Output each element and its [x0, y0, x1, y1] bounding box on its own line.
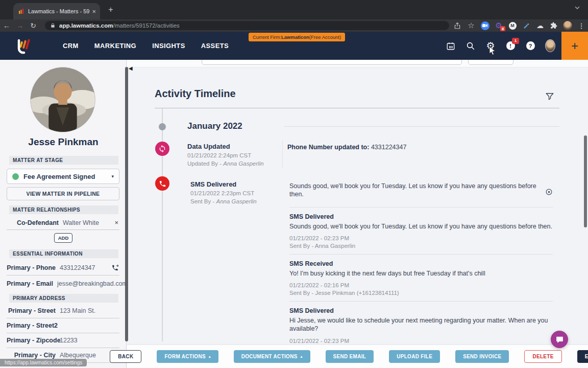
- extension-badge: 8: [500, 26, 505, 31]
- back-icon[interactable]: ←: [0, 21, 13, 30]
- add-relationship-button[interactable]: ADD: [54, 233, 72, 243]
- tab-title: Lawmatics - Matters - 591572: [28, 8, 90, 14]
- browser-profile-avatar[interactable]: [563, 21, 572, 30]
- extensions-puzzle-icon[interactable]: [549, 21, 558, 30]
- browser-tabstrip: Lawmatics - Matters - 591572 × +: [0, 0, 588, 19]
- gear-extension-icon[interactable]: ⚙8: [494, 21, 503, 30]
- divider: [284, 126, 559, 127]
- user-avatar[interactable]: [545, 41, 555, 51]
- nav-crm[interactable]: CRM: [63, 42, 79, 50]
- phone-row: Primary - Phone 4331224347: [7, 261, 119, 275]
- updated-by: Updated By - Anna Gasperlin: [187, 160, 264, 167]
- help-chat-launcher[interactable]: [551, 331, 568, 348]
- upload-file-button[interactable]: UPLOAD FILE: [389, 350, 440, 363]
- caret-up-icon: ▴: [301, 355, 303, 359]
- page-scrollbar[interactable]: [584, 135, 587, 227]
- browser-tab[interactable]: Lawmatics - Matters - 591572 ×: [13, 3, 100, 19]
- delete-button[interactable]: DELETE: [524, 350, 561, 363]
- url-domain: app.lawmatics.com: [59, 22, 113, 29]
- monogram-extension-icon[interactable]: M: [508, 21, 517, 30]
- nav-insights[interactable]: INSIGHTS: [152, 42, 185, 50]
- forward-icon[interactable]: →: [13, 21, 27, 30]
- nav-assets[interactable]: ASSETS: [201, 42, 229, 50]
- url-bar[interactable]: app.lawmatics.com/matters/591572/activit…: [45, 21, 449, 30]
- section-essential-information: ESSENTIAL INFORMATION: [9, 249, 118, 258]
- view-eye-icon[interactable]: [545, 188, 553, 196]
- appbar-icons: ⚙ !1 ?: [446, 32, 555, 60]
- sent-by: Sent By - Anna Gasperlin: [190, 198, 257, 204]
- search-icon[interactable]: [465, 41, 476, 51]
- reload-icon[interactable]: ↻: [27, 21, 40, 30]
- send-email-button[interactable]: SEND EMAIL: [326, 350, 374, 363]
- chat-icon: [555, 335, 564, 344]
- send-invoice-button[interactable]: SEND INVOICE: [455, 350, 509, 363]
- cutoff-button[interactable]: [468, 60, 513, 65]
- stage-status-dot: [12, 173, 19, 180]
- mouse-cursor: [489, 46, 496, 56]
- zoom-extension-icon[interactable]: [480, 21, 489, 30]
- timeline-month: January 2022: [187, 121, 242, 131]
- divider: [282, 141, 283, 168]
- browser-menu-icon[interactable]: ⋮: [577, 21, 586, 30]
- nav-marketing[interactable]: MARKETING: [94, 42, 136, 50]
- calendar-icon[interactable]: [446, 41, 456, 51]
- sms-event-icon: [155, 176, 169, 191]
- filter-icon[interactable]: [545, 91, 554, 101]
- sidebar-collapse-icon[interactable]: ◀: [129, 65, 133, 71]
- favicon-lawmatics: [18, 8, 24, 14]
- chevron-down-icon[interactable]: [575, 6, 580, 10]
- view-matter-in-pipeline-button[interactable]: VIEW MATTER IN PIPELINE: [7, 187, 119, 200]
- lawmatics-logo[interactable]: [13, 36, 34, 56]
- sent-by: Sent By - Jesse Pinkman (+16123814111): [289, 290, 553, 296]
- remove-relationship-icon[interactable]: ×: [114, 219, 118, 226]
- relationship-role: Co-Defendant: [17, 219, 59, 226]
- form-actions-button[interactable]: FORM ACTIONS▴: [157, 350, 218, 363]
- tab-close-icon[interactable]: ×: [92, 8, 96, 15]
- timestamp: 01/21/2022 - 02:23 PM: [289, 235, 553, 241]
- section-primary-address: PRIMARY ADDRESS: [9, 294, 118, 303]
- email-row: Primary - Email jesse@breakingbad.com: [7, 276, 119, 291]
- notification-count-badge: 1: [512, 38, 519, 44]
- cutoff-input[interactable]: [202, 60, 462, 65]
- relationship-name[interactable]: Walter White: [63, 219, 114, 226]
- street-row: Primary - Street123 Main St.: [7, 304, 119, 318]
- section-matter-relationships: MATTER RELATIONSHIPS: [9, 205, 118, 214]
- current-firm-badge: Current Firm: Lawmaticon (Free Account): [249, 33, 345, 41]
- lock-icon: [50, 22, 56, 29]
- help-icon[interactable]: ?: [525, 41, 535, 51]
- sms-item: SMS Received Yo! I'm busy kicking it the…: [289, 255, 553, 302]
- matter-action-bar: BACK FORM ACTIONS▴ DOCUMENT ACTIONS▴ SEN…: [127, 345, 588, 368]
- global-add-button[interactable]: +: [561, 32, 588, 60]
- sidebar-scrollbar[interactable]: [125, 67, 128, 341]
- bookmark-star-icon[interactable]: ☆: [467, 21, 476, 30]
- browser-addressbar: ← → ↻ app.lawmatics.com/matters/591572/a…: [0, 19, 588, 32]
- phone-forward-icon[interactable]: [111, 264, 119, 271]
- sms-thread-card: Sounds good, we'll book you for Tuesday.…: [289, 182, 553, 345]
- notifications-icon[interactable]: !1: [505, 41, 516, 51]
- timestamp: 01/21/2022 - 02:23 PM: [289, 338, 553, 344]
- new-tab-button[interactable]: +: [106, 5, 115, 14]
- app-navbar: CRM MARKETING INSIGHTS ASSETS Current Fi…: [0, 32, 588, 60]
- edit-button[interactable]: EDIT: [577, 350, 588, 363]
- client-photo[interactable]: [30, 67, 95, 132]
- back-button[interactable]: BACK: [110, 350, 141, 363]
- relationship-row: Co-Defendant Walter White ×: [7, 216, 119, 230]
- pencil-extension-icon[interactable]: [522, 21, 531, 30]
- stage-dropdown[interactable]: Fee Agreement Signed ▾: [7, 169, 119, 184]
- timestamp: 01/21/2022 2:24pm CST: [187, 152, 264, 158]
- matter-sidebar: Jesse Pinkman MATTER AT STAGE Fee Agreem…: [0, 60, 127, 368]
- caret-down-icon: ▾: [111, 174, 114, 179]
- divider: [155, 108, 559, 108]
- share-icon[interactable]: [453, 21, 462, 30]
- sms-item: SMS Delivered Hi Jesse, we would like to…: [289, 302, 553, 345]
- activity-timeline-panel: Activity Timeline January 2022 Data Upda…: [127, 60, 588, 345]
- caret-up-icon: ▴: [209, 355, 211, 359]
- sms-entry-summary: SMS Delivered 01/21/2022 2:23pm CST Sent…: [190, 180, 257, 204]
- browser-extensions: ☆ ⚙8 M ☁ ⋮: [453, 19, 586, 32]
- timestamp: 01/21/2022 - 02:16 PM: [289, 282, 553, 288]
- stage-value: Fee Agreement Signed: [23, 173, 111, 180]
- client-name: Jesse Pinkman: [0, 136, 127, 148]
- cloud-extension-icon[interactable]: ☁: [535, 21, 545, 30]
- section-matter-at-stage: MATTER AT STAGE: [9, 156, 118, 165]
- document-actions-button[interactable]: DOCUMENT ACTIONS▴: [234, 350, 310, 363]
